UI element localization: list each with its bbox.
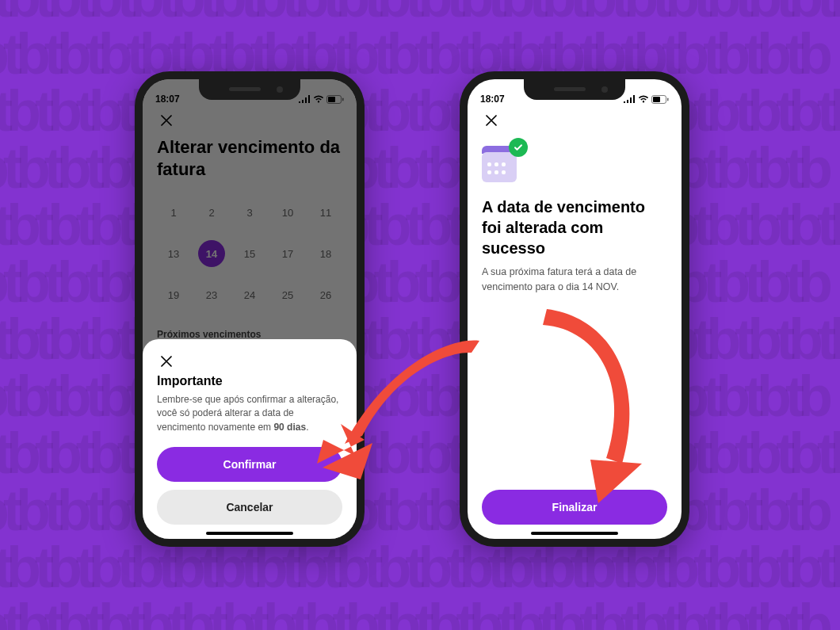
close-sheet-icon[interactable] bbox=[157, 352, 176, 371]
cancel-button[interactable]: Cancelar bbox=[157, 490, 342, 525]
confirm-sheet: Importante Lembre-se que após confirmar … bbox=[143, 339, 357, 539]
calendar-success-icon bbox=[482, 141, 523, 182]
phone-notch bbox=[199, 79, 300, 100]
signal-icon bbox=[624, 95, 636, 103]
check-badge-icon bbox=[509, 138, 528, 157]
svg-rect-4 bbox=[653, 97, 660, 102]
home-indicator[interactable] bbox=[206, 532, 293, 535]
phone-right-device: 18:07 bbox=[460, 71, 689, 547]
sheet-body: Lembre-se que após confirmar a alteração… bbox=[157, 393, 342, 434]
confirm-button[interactable]: Confirmar bbox=[157, 447, 342, 482]
phone-right-content: A data de vencimento foi alterada com su… bbox=[468, 111, 682, 539]
success-subtitle: A sua próxima fatura terá a data de venc… bbox=[482, 265, 667, 295]
phone-right-screen: 18:07 bbox=[468, 79, 682, 539]
wifi-icon bbox=[638, 95, 649, 103]
sheet-title: Importante bbox=[157, 374, 342, 388]
status-time: 18:07 bbox=[480, 94, 505, 105]
phone-notch bbox=[524, 79, 625, 100]
phone-left-screen: 18:07 Alterar vencimento da fatura 12310… bbox=[143, 79, 357, 539]
finish-button[interactable]: Finalizar bbox=[482, 490, 667, 525]
success-title: A data de vencimento foi alterada com su… bbox=[482, 197, 667, 258]
status-icons bbox=[624, 95, 669, 104]
home-indicator[interactable] bbox=[531, 532, 618, 535]
close-icon[interactable] bbox=[482, 111, 501, 130]
svg-rect-5 bbox=[667, 97, 669, 101]
battery-icon bbox=[651, 95, 669, 104]
phone-left-device: 18:07 Alterar vencimento da fatura 12310… bbox=[135, 71, 365, 547]
